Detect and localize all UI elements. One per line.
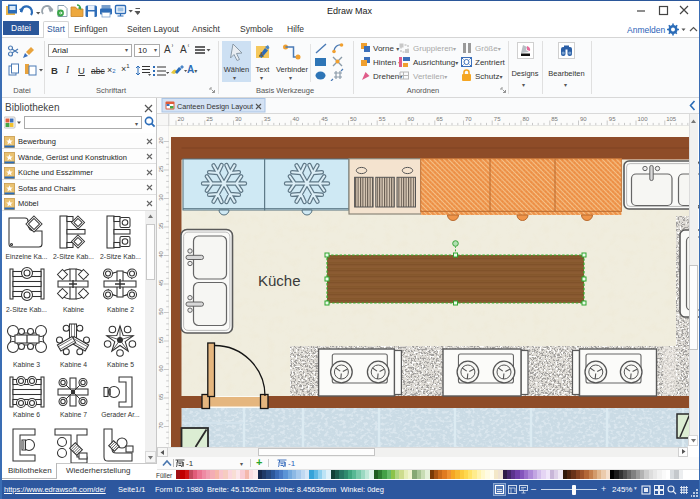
svg-text:85: 85 [551,116,558,122]
svg-text:Küche: Küche [258,272,301,289]
svg-text:Canteen Design Layout: Canteen Design Layout [177,102,254,111]
svg-text:90: 90 [580,116,587,122]
svg-text:75: 75 [494,116,501,122]
svg-text:40: 40 [158,251,164,258]
svg-text:60: 60 [158,365,164,372]
svg-text:30: 30 [235,116,242,122]
svg-text:100: 100 [638,116,649,122]
svg-text:20: 20 [158,137,164,144]
svg-text:70: 70 [158,422,164,429]
svg-text:45: 45 [158,279,164,286]
svg-text:A: A [259,51,264,58]
svg-text:25: 25 [158,165,164,172]
svg-text:35: 35 [264,116,271,122]
svg-text:50: 50 [350,116,357,122]
svg-text:105: 105 [666,116,677,122]
svg-text:70: 70 [465,116,472,122]
svg-text:45: 45 [321,116,328,122]
svg-text:65: 65 [436,116,443,122]
svg-text:55: 55 [158,336,164,343]
svg-text:95: 95 [609,116,616,122]
svg-text:50: 50 [158,308,164,315]
svg-text:65: 65 [158,393,164,400]
svg-text:80: 80 [523,116,530,122]
svg-text:55: 55 [379,116,386,122]
svg-text:30: 30 [158,194,164,201]
svg-text:40: 40 [293,116,300,122]
svg-text:35: 35 [158,222,164,229]
svg-text:20: 20 [178,116,185,122]
svg-text:60: 60 [408,116,415,122]
svg-text:25: 25 [206,116,213,122]
